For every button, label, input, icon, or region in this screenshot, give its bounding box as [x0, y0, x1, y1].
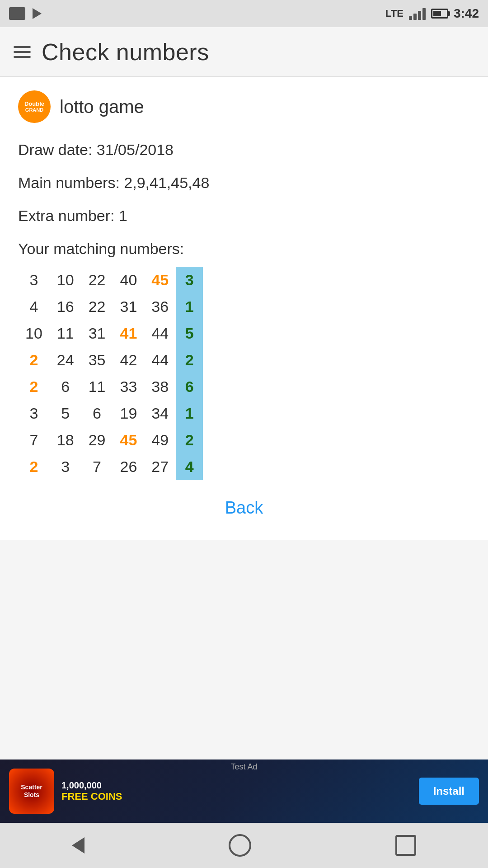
ad-free-coins: FREE COINS	[61, 791, 412, 802]
number-cell: 6	[50, 373, 81, 400]
extra-number-label: Extra number:	[18, 207, 115, 224]
number-cell: 41	[113, 320, 144, 347]
hamburger-line-3	[14, 56, 31, 58]
number-cell: 38	[144, 373, 176, 400]
recent-square-icon	[395, 835, 416, 856]
draw-date: 31/05/2018	[97, 141, 174, 158]
lte-indicator: LTE	[385, 8, 404, 19]
extra-number: 1	[119, 207, 127, 224]
table-row: 7182945492	[18, 427, 203, 453]
number-cell: 5	[50, 400, 81, 427]
number-cell: 34	[144, 400, 176, 427]
number-cell: 6	[81, 400, 113, 427]
match-cell: 1	[176, 293, 203, 320]
table-row: 4162231361	[18, 293, 203, 320]
number-cell: 45	[113, 427, 144, 453]
number-cell: 3	[18, 267, 50, 293]
home-nav-button[interactable]	[229, 834, 251, 857]
number-cell: 27	[144, 453, 176, 480]
status-bar: LTE 3:42	[0, 0, 488, 27]
scatter-slots-logo: Scatter Slots	[9, 769, 54, 814]
number-cell: 19	[113, 400, 144, 427]
bottom-nav	[0, 823, 488, 868]
number-cell: 3	[18, 400, 50, 427]
scatter-logo-text: Scatter Slots	[21, 783, 42, 799]
number-cell: 11	[50, 320, 81, 347]
hamburger-line-1	[14, 46, 31, 48]
back-nav-button[interactable]	[72, 837, 84, 854]
number-cell: 10	[50, 267, 81, 293]
ad-label: Test Ad	[230, 762, 257, 772]
numbers-table: 3102240453416223136110113141445224354244…	[18, 267, 203, 480]
number-cell: 45	[144, 267, 176, 293]
draw-date-row: Draw date: 31/05/2018	[18, 141, 470, 159]
battery-icon	[431, 9, 448, 19]
main-numbers-label: Main numbers:	[18, 174, 120, 191]
table-row: 2243542442	[18, 347, 203, 373]
play-store-icon	[33, 8, 42, 19]
main-numbers: 2,9,41,45,48	[124, 174, 209, 191]
number-cell: 36	[144, 293, 176, 320]
number-cell: 7	[81, 453, 113, 480]
ad-logo-area: Scatter Slots	[9, 769, 54, 814]
number-cell: 2	[18, 373, 50, 400]
number-cell: 4	[18, 293, 50, 320]
recent-nav-button[interactable]	[395, 835, 416, 856]
number-cell: 31	[81, 320, 113, 347]
extra-number-row: Extra number: 1	[18, 207, 470, 225]
number-cell: 29	[81, 427, 113, 453]
number-cell: 49	[144, 427, 176, 453]
lotto-header: Double GRAND lotto game	[18, 90, 470, 123]
number-cell: 22	[81, 293, 113, 320]
match-cell: 1	[176, 400, 203, 427]
number-cell: 2	[18, 453, 50, 480]
lotto-logo: Double GRAND	[18, 90, 51, 123]
main-numbers-row: Main numbers: 2,9,41,45,48	[18, 174, 470, 192]
number-cell: 33	[113, 373, 144, 400]
match-cell: 2	[176, 427, 203, 453]
number-cell: 11	[81, 373, 113, 400]
ad-banner[interactable]: Test Ad Scatter Slots 1,000,000 FREE COI…	[0, 760, 488, 823]
ad-text-area: 1,000,000 FREE COINS	[54, 780, 419, 802]
number-cell: 10	[18, 320, 50, 347]
number-cell: 7	[18, 427, 50, 453]
number-cell: 42	[113, 347, 144, 373]
sim-icon	[9, 7, 25, 20]
number-cell: 18	[50, 427, 81, 453]
match-cell: 3	[176, 267, 203, 293]
lotto-logo-sub: GRAND	[25, 107, 43, 113]
signal-icon	[409, 7, 426, 20]
match-cell: 4	[176, 453, 203, 480]
home-circle-icon	[229, 834, 251, 857]
number-cell: 22	[81, 267, 113, 293]
lotto-game-title: lotto game	[60, 97, 144, 117]
number-cell: 44	[144, 347, 176, 373]
table-row: 261133386	[18, 373, 203, 400]
number-cell: 44	[144, 320, 176, 347]
hamburger-menu-button[interactable]	[14, 46, 31, 58]
lotto-logo-text: Double	[24, 101, 44, 107]
table-row: 10113141445	[18, 320, 203, 347]
table-row: 23726274	[18, 453, 203, 480]
number-cell: 35	[81, 347, 113, 373]
matching-label: Your matching numbers:	[18, 240, 470, 258]
hamburger-line-2	[14, 51, 31, 53]
draw-date-label: Draw date:	[18, 141, 92, 158]
number-cell: 2	[18, 347, 50, 373]
back-button[interactable]: Back	[225, 498, 263, 518]
table-row: 3102240453	[18, 267, 203, 293]
time-display: 3:42	[454, 6, 479, 21]
number-cell: 16	[50, 293, 81, 320]
page-title: Check numbers	[42, 38, 209, 66]
table-row: 35619341	[18, 400, 203, 427]
number-cell: 24	[50, 347, 81, 373]
number-cell: 31	[113, 293, 144, 320]
number-cell: 40	[113, 267, 144, 293]
status-bar-left	[9, 7, 42, 20]
install-button[interactable]: Install	[419, 778, 479, 805]
main-content: Double GRAND lotto game Draw date: 31/05…	[0, 77, 488, 540]
match-cell: 6	[176, 373, 203, 400]
status-bar-right: LTE 3:42	[385, 6, 479, 21]
number-cell: 26	[113, 453, 144, 480]
back-arrow-icon	[72, 837, 84, 854]
